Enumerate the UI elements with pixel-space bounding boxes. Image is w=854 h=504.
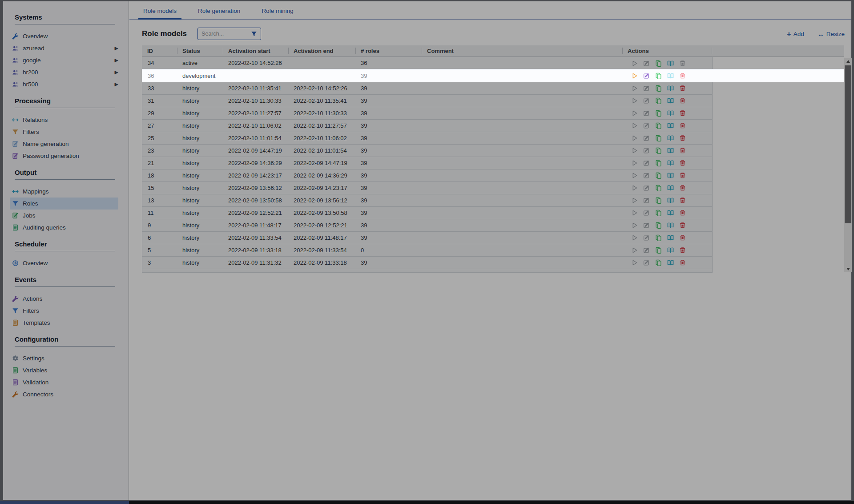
edit-action-icon[interactable] (643, 85, 650, 92)
run-action-icon[interactable] (631, 85, 638, 92)
copy-action-icon[interactable] (655, 72, 662, 80)
sidebar-item-jobs[interactable]: Jobs (3, 210, 118, 222)
run-action-icon[interactable] (631, 259, 638, 266)
run-action-icon[interactable] (631, 172, 638, 179)
delete-action-icon[interactable] (679, 234, 686, 242)
sidebar-item-overview[interactable]: Overview (3, 257, 118, 269)
table-row-25[interactable]: 25history2022-02-10 11:01:542022-02-10 1… (142, 132, 712, 144)
copy-action-icon[interactable] (655, 147, 662, 154)
table-row-3[interactable]: 3history2022-02-09 11:31:322022-02-09 11… (142, 256, 712, 269)
run-action-icon[interactable] (631, 147, 638, 154)
delete-action-icon[interactable] (679, 60, 686, 67)
delete-action-icon[interactable] (679, 209, 686, 217)
run-action-icon[interactable] (631, 184, 638, 192)
delete-action-icon[interactable] (679, 147, 686, 154)
sidebar-item-connectors[interactable]: Connectors (3, 388, 118, 400)
edit-action-icon[interactable] (643, 60, 650, 67)
edit-action-icon[interactable] (643, 172, 650, 179)
sidebar-item-relations[interactable]: Relations (3, 114, 118, 126)
table-scrollbar[interactable] (844, 58, 852, 272)
open-action-icon[interactable] (667, 134, 674, 142)
open-action-icon[interactable] (667, 159, 674, 167)
edit-action-icon[interactable] (643, 159, 650, 167)
table-row-21[interactable]: 21history2022-02-09 14:36:292022-02-09 1… (142, 157, 712, 169)
table-row-31[interactable]: 31history2022-02-10 11:30:332022-02-10 1… (142, 94, 712, 107)
delete-action-icon[interactable] (679, 159, 686, 167)
open-action-icon[interactable] (667, 209, 674, 217)
copy-action-icon[interactable] (655, 222, 662, 229)
tab-role-mining[interactable]: Role mining (257, 8, 298, 19)
copy-action-icon[interactable] (655, 60, 662, 67)
sidebar-item-overview[interactable]: Overview (3, 30, 118, 42)
delete-action-icon[interactable] (679, 259, 686, 266)
open-action-icon[interactable] (667, 72, 674, 80)
delete-action-icon[interactable] (679, 246, 686, 254)
delete-action-icon[interactable] (679, 85, 686, 92)
edit-action-icon[interactable] (643, 184, 650, 192)
edit-action-icon[interactable] (643, 259, 650, 266)
copy-action-icon[interactable] (655, 109, 662, 117)
open-action-icon[interactable] (667, 97, 674, 105)
table-row-15[interactable]: 15history2022-02-09 13:56:122022-02-09 1… (142, 181, 712, 194)
table-row-33[interactable]: 33history2022-02-10 11:35:412022-02-10 1… (142, 82, 712, 94)
scrollbar-thumb[interactable] (845, 65, 851, 223)
table-row-6[interactable]: 6history2022-02-09 11:33:542022-02-09 11… (142, 231, 712, 244)
open-action-icon[interactable] (667, 172, 674, 179)
table-row-34[interactable]: 34active2022-02-10 14:52:2636 (142, 57, 712, 69)
sidebar-item-auditing-queries[interactable]: Auditing queries (3, 222, 118, 234)
run-action-icon[interactable] (631, 246, 638, 254)
scroll-down-button[interactable] (844, 266, 852, 272)
run-action-icon[interactable] (631, 222, 638, 229)
sidebar-item-hr500[interactable]: hr500▶ (3, 78, 118, 90)
copy-action-icon[interactable] (655, 159, 662, 167)
delete-action-icon[interactable] (679, 122, 686, 129)
sidebar-item-roles[interactable]: Roles (10, 198, 118, 210)
sidebar-item-actions[interactable]: Actions (3, 293, 118, 305)
open-action-icon[interactable] (667, 85, 674, 92)
edit-action-icon[interactable] (643, 72, 650, 80)
open-action-icon[interactable] (667, 184, 674, 192)
copy-action-icon[interactable] (655, 172, 662, 179)
copy-action-icon[interactable] (655, 184, 662, 192)
run-action-icon[interactable] (631, 134, 638, 142)
delete-action-icon[interactable] (679, 222, 686, 229)
chevron-right-icon[interactable]: ▶ (115, 82, 118, 87)
table-row-29[interactable]: 29history2022-02-10 11:27:572022-02-10 1… (142, 107, 712, 119)
delete-action-icon[interactable] (679, 97, 686, 105)
sidebar-item-azuread[interactable]: azuread▶ (3, 42, 118, 54)
open-action-icon[interactable] (667, 246, 674, 254)
table-row-23[interactable]: 23history2022-02-09 14:47:192022-02-10 1… (142, 144, 712, 157)
run-action-icon[interactable] (631, 97, 638, 105)
table-row-11[interactable]: 11history2022-02-09 12:52:212022-02-09 1… (142, 206, 712, 219)
sidebar-item-settings[interactable]: Settings (3, 352, 118, 364)
run-action-icon[interactable] (631, 122, 638, 129)
add-button[interactable]: + Add (787, 30, 804, 38)
delete-action-icon[interactable] (679, 197, 686, 204)
chevron-right-icon[interactable]: ▶ (115, 46, 118, 51)
edit-action-icon[interactable] (643, 134, 650, 142)
run-action-icon[interactable] (631, 109, 638, 117)
edit-action-icon[interactable] (643, 234, 650, 242)
copy-action-icon[interactable] (655, 234, 662, 242)
edit-action-icon[interactable] (643, 246, 650, 254)
table-row-27[interactable]: 27history2022-02-10 11:06:022022-02-10 1… (142, 119, 712, 132)
open-action-icon[interactable] (667, 60, 674, 67)
table-row-9[interactable]: 9history2022-02-09 11:48:172022-02-09 12… (142, 219, 712, 231)
copy-action-icon[interactable] (655, 246, 662, 254)
edit-action-icon[interactable] (643, 122, 650, 129)
delete-action-icon[interactable] (679, 184, 686, 192)
table-row-18[interactable]: 18history2022-02-09 14:23:172022-02-09 1… (142, 169, 712, 181)
sidebar-item-password-generation[interactable]: Password generation (3, 150, 118, 162)
copy-action-icon[interactable] (655, 122, 662, 129)
open-action-icon[interactable] (667, 197, 674, 204)
sidebar-item-validation[interactable]: Validation (3, 376, 118, 388)
table-row-5[interactable]: 5history2022-02-09 11:33:182022-02-09 11… (142, 244, 712, 256)
copy-action-icon[interactable] (655, 85, 662, 92)
edit-action-icon[interactable] (643, 147, 650, 154)
tab-role-generation[interactable]: Role generation (193, 8, 245, 19)
edit-action-icon[interactable] (643, 97, 650, 105)
table-row-13[interactable]: 13history2022-02-09 13:50:582022-02-09 1… (142, 194, 712, 206)
delete-action-icon[interactable] (679, 109, 686, 117)
run-action-icon[interactable] (631, 234, 638, 242)
open-action-icon[interactable] (667, 122, 674, 129)
